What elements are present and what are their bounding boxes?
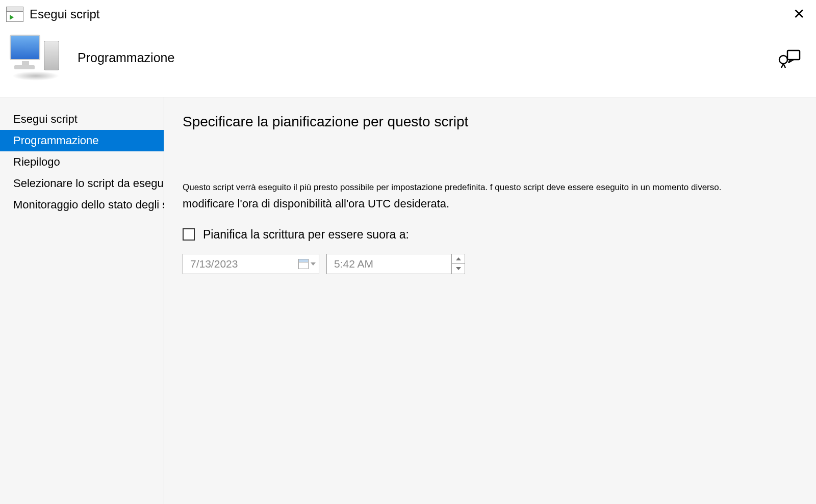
time-picker[interactable]: 5:42 AM	[326, 254, 465, 274]
titlebar-left: Esegui script	[6, 7, 99, 22]
sidebar-item-monitoraggio[interactable]: Monitoraggio dello stato degli script	[0, 194, 164, 216]
sidebar-item-esegui-script[interactable]: Esegui script	[0, 109, 164, 130]
window-title: Esegui script	[30, 7, 99, 21]
sidebar-item-selezionare-script[interactable]: Selezionare lo script da eseguire	[0, 173, 164, 194]
computer-icon	[8, 35, 59, 81]
titlebar: Esegui script ✕	[0, 0, 816, 29]
sidebar-item-programmazione[interactable]: Programmazione	[0, 130, 164, 151]
chevron-down-icon	[456, 267, 461, 270]
sidebar: Esegui script Programmazione Riepilogo S…	[0, 97, 164, 504]
description-line-1: Questo script verrà eseguito il più pres…	[183, 181, 798, 194]
sidebar-item-label: Programmazione	[13, 134, 99, 147]
svg-rect-1	[787, 50, 800, 60]
header-left: Programmazione	[8, 35, 174, 81]
page-subtitle: Programmazione	[78, 50, 174, 65]
spinner-down-button[interactable]	[452, 264, 465, 274]
wizard-header: Programmazione	[0, 29, 816, 97]
date-value: 7/13/2023	[183, 258, 298, 270]
sidebar-item-label: Riepilogo	[13, 155, 60, 168]
svg-point-0	[779, 56, 787, 64]
schedule-checkbox-row: Pianifica la scrittura per essere suora …	[183, 228, 798, 242]
close-button[interactable]: ✕	[791, 5, 807, 23]
description-line-2: modificare l'ora di disponibilità all'or…	[183, 197, 798, 210]
schedule-checkbox-label: Pianifica la scrittura per essere suora …	[203, 228, 409, 242]
sidebar-item-label: Monitoraggio dello stato degli script	[13, 198, 189, 211]
sidebar-item-riepilogo[interactable]: Riepilogo	[0, 151, 164, 173]
wizard-body: Esegui script Programmazione Riepilogo S…	[0, 97, 816, 504]
time-spinner	[451, 254, 465, 274]
date-picker-controls	[298, 254, 319, 274]
time-value: 5:42 AM	[327, 258, 451, 270]
sidebar-item-label: Esegui script	[13, 113, 78, 125]
datetime-inputs-row: 7/13/2023 5:42 AM	[183, 254, 798, 274]
schedule-checkbox[interactable]	[183, 228, 195, 241]
date-picker[interactable]: 7/13/2023	[183, 254, 319, 274]
content-heading: Specificare la pianificazione per questo…	[183, 114, 798, 130]
feedback-icon[interactable]	[777, 47, 801, 68]
calendar-icon[interactable]	[298, 259, 309, 269]
chevron-down-icon[interactable]	[311, 262, 316, 266]
sidebar-item-label: Selezionare lo script da eseguire	[13, 177, 176, 190]
chevron-up-icon	[456, 257, 461, 260]
content-panel: Specificare la pianificazione per questo…	[164, 97, 816, 504]
run-script-icon	[6, 7, 23, 22]
spinner-up-button[interactable]	[452, 254, 465, 264]
